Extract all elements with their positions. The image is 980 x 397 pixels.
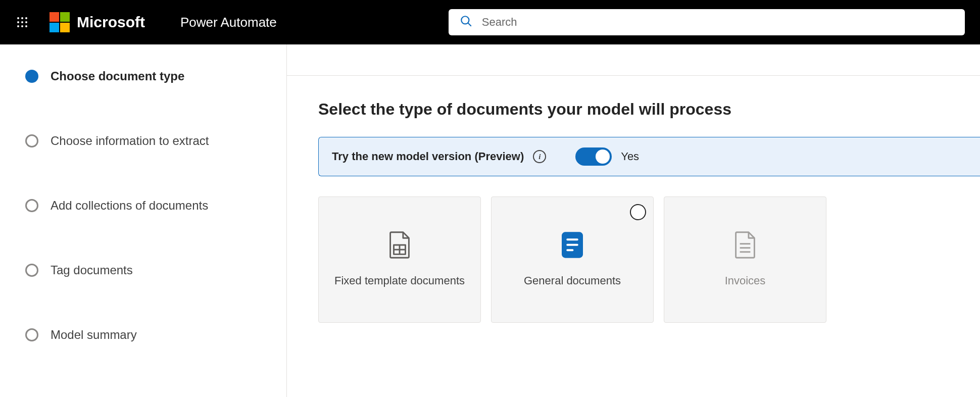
preview-toggle[interactable] [575, 147, 612, 166]
document-type-card[interactable]: Invoices [664, 196, 826, 323]
card-label: General documents [509, 273, 636, 289]
document-type-card[interactable]: Fixed template documents [318, 196, 481, 323]
svg-point-9 [461, 16, 469, 24]
svg-point-8 [25, 25, 27, 27]
page-title: Select the type of documents your model … [318, 100, 980, 119]
app-name: Power Automate [180, 15, 277, 30]
step-label: Tag documents [51, 264, 133, 277]
preview-banner: Try the new model version (Preview) i Ye… [318, 137, 980, 176]
main-content: Select the type of documents your model … [287, 44, 980, 397]
microsoft-logo[interactable]: Microsoft [50, 12, 145, 32]
template-document-icon [388, 231, 411, 259]
wizard-step[interactable]: Model summary [25, 328, 266, 341]
app-launcher-icon[interactable] [10, 10, 34, 34]
svg-point-0 [17, 17, 19, 19]
search-input[interactable] [482, 16, 954, 29]
svg-point-6 [17, 25, 19, 27]
wizard-step[interactable]: Choose information to extract [25, 134, 266, 199]
microsoft-logo-icon [50, 12, 70, 32]
svg-point-2 [25, 17, 27, 19]
step-label: Choose document type [51, 70, 184, 83]
svg-rect-17 [566, 249, 573, 251]
svg-point-4 [21, 21, 23, 23]
card-radio[interactable] [630, 204, 646, 220]
search-box[interactable] [449, 9, 965, 35]
general-document-icon [562, 231, 583, 259]
step-dot-icon [25, 70, 38, 83]
invoice-document-icon [733, 231, 757, 259]
svg-rect-15 [566, 238, 578, 240]
step-label: Add collections of documents [51, 199, 208, 212]
step-dot-icon [25, 199, 38, 212]
step-dot-icon [25, 328, 38, 341]
wizard-step[interactable]: Tag documents [25, 264, 266, 328]
card-label: Fixed template documents [319, 273, 480, 289]
svg-point-3 [17, 21, 19, 23]
wizard-steps-sidebar: Choose document typeChoose information t… [0, 44, 287, 397]
step-label: Choose information to extract [51, 134, 209, 147]
banner-text: Try the new model version (Preview) [332, 150, 524, 163]
svg-rect-16 [566, 243, 578, 245]
toggle-label: Yes [621, 150, 639, 163]
wizard-step[interactable]: Add collections of documents [25, 199, 266, 264]
card-label: Invoices [710, 273, 781, 289]
main-top-divider [287, 44, 980, 76]
step-label: Model summary [51, 328, 137, 341]
app-header: Microsoft Power Automate [0, 0, 980, 44]
wizard-step[interactable]: Choose document type [25, 70, 266, 134]
step-dot-icon [25, 264, 38, 277]
search-icon [460, 15, 473, 30]
svg-point-5 [25, 21, 27, 23]
brand-text: Microsoft [77, 14, 145, 31]
step-dot-icon [25, 134, 38, 147]
svg-line-10 [468, 23, 471, 26]
svg-point-1 [21, 17, 23, 19]
svg-point-7 [21, 25, 23, 27]
info-icon[interactable]: i [533, 150, 546, 163]
document-type-card[interactable]: General documents [491, 196, 654, 323]
